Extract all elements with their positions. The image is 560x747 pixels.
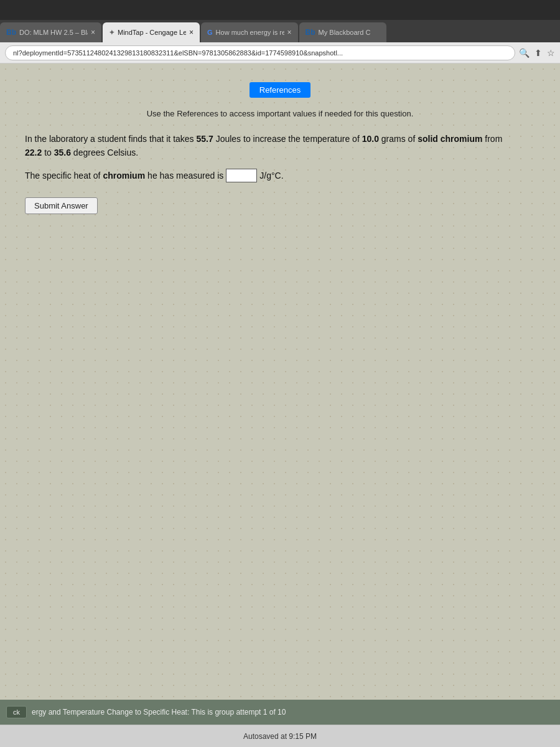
question-mid1: Joules to increase the temperature of: [213, 134, 362, 144]
tab-google-label: How much energy is requir: [216, 29, 284, 36]
address-bar-icons: 🔍 ⬆ ☆: [519, 48, 555, 58]
tab-bb-icon-1: Bb: [6, 28, 16, 37]
autosave-text: Autosaved at 9:15 PM: [243, 732, 317, 741]
question-end1: from: [482, 134, 502, 144]
answer-material: chromium: [103, 171, 145, 181]
question-joules: 55.7: [197, 134, 213, 144]
tab-google[interactable]: G How much energy is requir ×: [201, 22, 298, 42]
tab-myblackboard-label: My Blackboard C: [319, 29, 371, 36]
tab-mindtap-icon: ✦: [109, 29, 114, 37]
tab-google-icon: G: [207, 29, 213, 36]
question-temp1: 22.2: [25, 148, 42, 157]
submit-answer-button[interactable]: Submit Answer: [25, 197, 98, 214]
references-btn-container: References: [25, 82, 535, 98]
page-content: References Use the References to access …: [0, 63, 560, 700]
answer-unit: J/g°C.: [259, 171, 283, 181]
references-subtext: Use the References to access important v…: [25, 109, 535, 118]
tab-do-mlm[interactable]: Bb DO: MLM HW 2.5 – Blackb ×: [0, 22, 101, 42]
tab-mindtap[interactable]: ✦ MindTap - Cengage Learnin ×: [103, 22, 200, 42]
tab-do-mlm-label: DO: MLM HW 2.5 – Blackb: [19, 29, 88, 36]
question-end2: degrees Celsius.: [71, 148, 138, 157]
status-text: ergy and Temperature Change to Specific …: [32, 708, 286, 716]
tab-close-2[interactable]: ×: [189, 28, 194, 37]
question-grams: 10.0: [362, 134, 379, 144]
question-post1: grams of: [379, 134, 418, 144]
bottom-status-bar: ck ergy and Temperature Change to Specif…: [0, 700, 560, 725]
answer-mid: he has measured is: [147, 171, 223, 181]
search-icon: 🔍: [519, 48, 530, 58]
back-button[interactable]: ck: [6, 706, 27, 718]
question-material: solid chromium: [418, 134, 482, 144]
references-button[interactable]: References: [250, 82, 310, 98]
question-temp2: 35.6: [54, 148, 71, 157]
question-paragraph: In the laboratory a student finds that i…: [25, 132, 510, 160]
question-mid2: to: [42, 148, 54, 157]
tab-close-3[interactable]: ×: [287, 28, 292, 37]
answer-pre: The specific heat of: [25, 171, 100, 181]
bookmark-icon: ☆: [547, 48, 555, 58]
tab-bb-icon-4: Bb: [306, 28, 315, 37]
autosave-bar: Autosaved at 9:15 PM: [0, 725, 560, 747]
specific-heat-input[interactable]: [226, 169, 257, 182]
question-pre1: In the laboratory a student finds that i…: [25, 134, 197, 144]
tab-strip: Bb DO: MLM HW 2.5 – Blackb × ✦ MindTap -…: [0, 20, 560, 42]
tab-myblackboard[interactable]: Bb My Blackboard C: [299, 22, 386, 42]
top-bar: [0, 0, 560, 20]
address-input[interactable]: [5, 45, 515, 60]
tab-mindtap-label: MindTap - Cengage Learnin: [118, 29, 186, 36]
answer-row: The specific heat of chromium he has mea…: [25, 169, 535, 182]
address-bar-row: 🔍 ⬆ ☆: [0, 42, 560, 63]
share-icon: ⬆: [534, 48, 542, 58]
tab-close-1[interactable]: ×: [91, 28, 95, 37]
